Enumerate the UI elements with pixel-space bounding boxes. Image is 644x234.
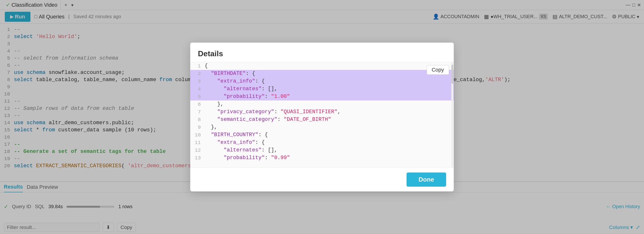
modal-title: Details: [190, 43, 454, 62]
modal-code-line: 3 "extra_info": {: [190, 77, 454, 85]
modal-line-content-7: "privacy_category": "QUASI_IDENTIFIER",: [204, 108, 341, 115]
modal-line-num-7: 7: [190, 108, 204, 115]
modal-scrollbar[interactable]: [452, 62, 453, 168]
modal-line-num-4: 4: [190, 85, 204, 92]
modal-line-content-9: },: [204, 124, 217, 130]
modal-line-num-6: 6: [190, 101, 204, 107]
modal-line-content-1: {: [204, 62, 208, 69]
modal-line-num-11: 11: [190, 139, 204, 146]
modal-code-line: 7 "privacy_category": "QUASI_IDENTIFIER"…: [190, 108, 454, 116]
modal-line-content-6: },: [204, 101, 224, 107]
modal-code-line: 8 "semantic_category": "DATE_OF_BIRTH": [190, 116, 454, 123]
modal-code-line: 5 "probability": "1.00": [190, 93, 454, 100]
modal-line-num-5: 5: [190, 93, 204, 100]
modal-code-viewer[interactable]: 1 { 2 "BIRTHDATE": { 3 "extra_info": { 4: [190, 62, 454, 168]
modal-line-content-10: "BIRTH_COUNTRY": {: [204, 131, 268, 138]
modal-line-content-4: "alternates": [],: [204, 85, 278, 92]
modal-copy-button[interactable]: Copy: [427, 65, 449, 75]
modal-footer: Done: [190, 168, 454, 191]
modal-line-num-13: 13: [190, 154, 204, 161]
modal-line-content-3: "extra_info": {: [204, 78, 265, 84]
modal-line-num-1: 1: [190, 62, 204, 69]
modal-code-line: 4 "alternates": [],: [190, 85, 454, 93]
modal-code-line: 1 {: [190, 62, 454, 70]
modal-line-content-5: "probability": "1.00": [204, 93, 290, 100]
modal-line-content-12: "alternates": [],: [204, 147, 278, 153]
modal-line-content-13: "probability": "0.99": [204, 154, 290, 161]
modal-line-num-3: 3: [190, 78, 204, 84]
modal-body: Copy 1 { 2 "BIRTHDATE": { 3 "extra_info"…: [190, 62, 454, 168]
modal-line-content-8: "semantic_category": "DATE_OF_BIRTH": [204, 116, 331, 123]
modal-line-num-12: 12: [190, 147, 204, 153]
details-modal: Details Copy 1 { 2 "BIRTHDATE": { 3 "ext…: [190, 43, 454, 191]
done-button[interactable]: Done: [406, 173, 446, 187]
modal-code-line: 2 "BIRTHDATE": {: [190, 70, 454, 77]
modal-line-num-8: 8: [190, 116, 204, 123]
modal-line-num-10: 10: [190, 131, 204, 138]
modal-code-line: 11 "extra_info": {: [190, 139, 454, 146]
modal-code-line: 6 },: [190, 100, 454, 108]
modal-code-line: 9 },: [190, 123, 454, 131]
modal-line-num-9: 9: [190, 124, 204, 130]
modal-code-line: 13 "probability": "0.99": [190, 154, 454, 162]
modal-code-line: 10 "BIRTH_COUNTRY": {: [190, 131, 454, 139]
modal-code-line: 12 "alternates": [],: [190, 146, 454, 154]
modal-scrollbar-thumb: [452, 65, 453, 84]
modal-line-content-2: "BIRTHDATE": {: [204, 70, 255, 77]
modal-line-content-11: "extra_info": {: [204, 139, 265, 146]
modal-line-num-2: 2: [190, 70, 204, 77]
modal-overlay: Details Copy 1 { 2 "BIRTHDATE": { 3 "ext…: [0, 0, 644, 234]
